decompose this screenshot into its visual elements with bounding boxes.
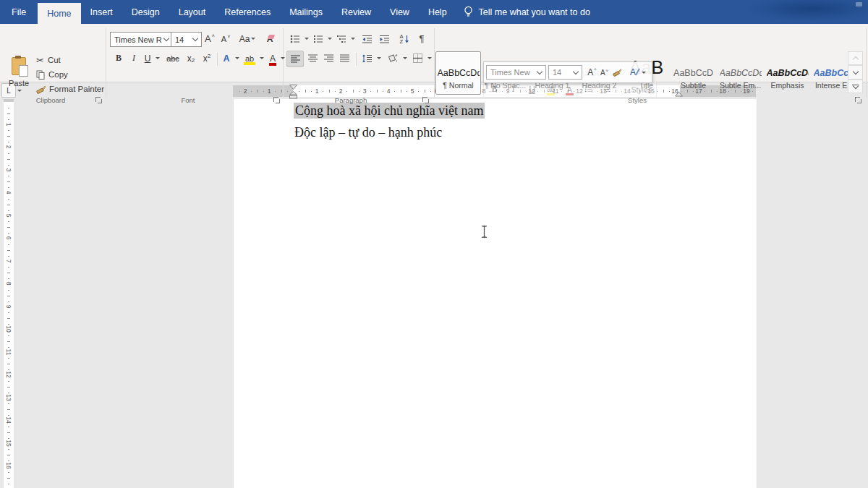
tab-insert[interactable]: Insert [81,0,122,24]
mini-font-color-button[interactable]: A [563,84,576,95]
clipboard-dialog-launcher[interactable] [95,97,103,104]
format-painter-button[interactable]: Format Painter [33,82,107,96]
ruler-number: 1 [315,87,319,95]
sort-button[interactable]: AZ [396,31,412,46]
borders-caret[interactable] [425,51,432,66]
font-color-button[interactable]: A [266,51,279,66]
copy-icon [36,70,45,80]
grow-font-button[interactable]: A ˄ [203,31,217,46]
font-color-caret[interactable] [279,51,285,66]
font-name-combobox[interactable]: Times New R [110,32,173,47]
paste-button[interactable]: Paste [4,53,33,95]
mini-grow-font-button[interactable]: A˄ [586,65,598,80]
numbering-caret[interactable] [326,31,332,46]
vertical-ruler[interactable]: 12345678910111213141516 [4,99,14,488]
hanging-indent-marker[interactable] [289,91,297,99]
styles-gallery-more-button[interactable] [848,80,863,93]
shading-caret[interactable] [401,51,407,66]
decrease-indent-icon [362,35,373,43]
styles-scroll-up-button[interactable] [848,51,863,65]
tab-review[interactable]: Review [332,0,380,24]
change-case-button[interactable]: Aa [237,31,258,46]
tab-layout[interactable]: Layout [169,0,216,24]
ruler-tick [425,90,425,93]
multilevel-caret[interactable] [349,31,355,46]
mini-format-painter-button[interactable] [610,65,623,80]
underline-caret[interactable] [153,51,161,66]
mini-font-size-combobox[interactable]: 14 [548,65,582,80]
text-effects-caret[interactable] [233,51,240,66]
mini-bullets-button[interactable] [582,84,595,95]
mini-ghost-styles-label[interactable]: Styles [631,85,652,94]
paste-dropdown-caret[interactable] [17,90,22,94]
ruler-tick [258,90,258,93]
numbering-button[interactable] [311,31,326,46]
mini-shrink-font-button[interactable]: A˅ [598,65,610,80]
mini-underline-button[interactable]: U [526,84,538,95]
ruler-tick [8,221,9,222]
strikethrough-button[interactable]: abc [163,51,182,66]
highlight-icon: ab [245,54,254,63]
tell-me-box[interactable]: Tell me what you want to do [456,0,597,24]
align-left-button[interactable] [286,51,304,67]
bullets-icon [290,35,300,43]
increase-indent-button[interactable] [376,31,392,46]
mini-numbering-button[interactable] [601,84,613,95]
show-formatting-button[interactable]: ¶ [415,31,428,46]
borders-button[interactable] [409,51,425,66]
copy-button[interactable]: Copy [33,67,71,82]
paragraph-dialog-launcher[interactable] [422,97,430,104]
style-emphasis[interactable]: AaBbCcDd Emphasis [765,51,810,95]
decrease-indent-button[interactable] [359,31,375,46]
mini-highlight-button[interactable]: ab [545,84,557,95]
shading-icon [388,53,399,63]
shrink-font-button[interactable]: A ˅ [218,31,233,46]
style-subtitle[interactable]: AaBbCcD Subtitle [671,51,716,95]
mini-bold-button[interactable]: B [488,84,501,95]
underline-button[interactable]: U [142,51,153,66]
mini-italic-button[interactable]: I [507,84,519,95]
window-control-icon[interactable] [856,2,862,7]
lightbulb-icon [464,6,473,18]
document-text: Độc lập – tự do – hạnh phúc [294,125,442,140]
line-spacing-caret[interactable] [375,51,381,66]
first-line-indent-marker[interactable] [289,85,297,90]
multilevel-list-button[interactable] [334,31,349,46]
tab-file[interactable]: File [0,0,38,24]
style-normal[interactable]: AaBbCcDd ¶ Normal [435,51,481,95]
cut-button[interactable]: ✂ Cut [33,53,64,67]
bullets-button[interactable] [288,31,302,46]
tab-design[interactable]: Design [122,0,169,24]
bullets-caret[interactable] [302,31,309,46]
text-highlight-caret[interactable] [258,51,265,66]
text-highlight-button[interactable]: ab [242,51,258,66]
tab-view[interactable]: View [380,0,419,24]
increase-indent-icon [379,35,390,43]
styles-scroll-down-button[interactable] [848,65,863,79]
text-effects-button[interactable]: A [220,51,233,66]
font-size-combobox[interactable]: 14 [171,32,202,47]
align-center-button[interactable] [305,51,320,66]
line-spacing-button[interactable] [359,51,375,66]
style-subtle-emphasis[interactable]: AaBbCcDd Subtle Em... [718,51,763,95]
tab-references[interactable]: References [215,0,280,24]
align-right-button[interactable] [320,51,336,66]
document-page[interactable]: Cộng hoà xã hội chủ nghĩa việt nam Độc l… [233,99,757,488]
bold-button[interactable]: B [111,51,126,66]
mini-styles-button[interactable]: A [629,65,647,80]
ruler-tick [8,187,9,188]
styles-dialog-launcher[interactable] [855,97,862,104]
ruler-number: 5 [411,87,414,95]
tab-help[interactable]: Help [419,0,456,24]
italic-button[interactable]: I [127,51,140,66]
superscript-button[interactable]: x2 [200,51,214,66]
font-dialog-launcher[interactable] [273,97,281,104]
tab-home[interactable]: Home [38,3,80,24]
tab-mailings[interactable]: Mailings [280,0,332,24]
shading-button[interactable] [385,51,401,66]
justify-button[interactable] [336,51,352,66]
mini-font-name-combobox[interactable]: Times New [486,65,546,80]
subscript-button[interactable]: x2 [184,51,198,66]
ruler-tick [8,278,9,279]
clear-formatting-button[interactable]: A [262,31,278,46]
